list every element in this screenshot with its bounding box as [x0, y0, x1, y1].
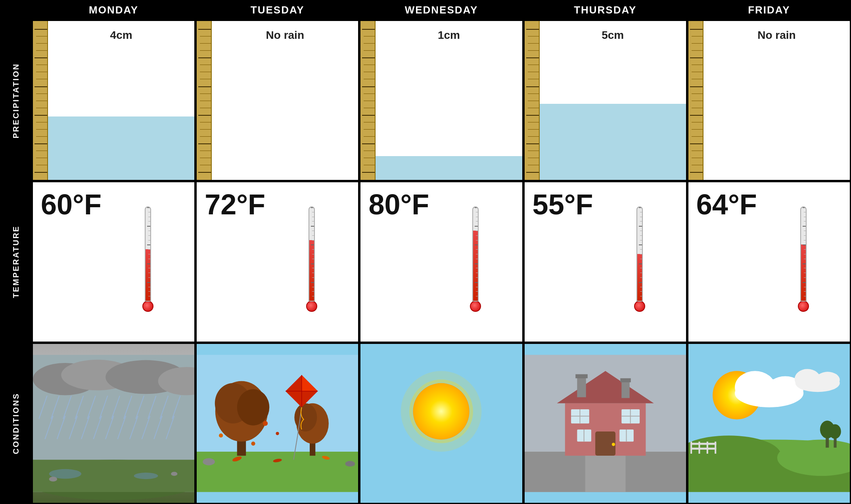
temp-value-thursday: 55°F	[525, 182, 593, 341]
scene-rainy	[33, 344, 194, 503]
header-friday: FRIDAY	[687, 0, 851, 20]
corner-empty	[0, 0, 32, 20]
thermo-tube-monday	[145, 206, 151, 302]
precip-content-monday: 4cm	[48, 21, 194, 180]
ruler-wednesday	[360, 21, 376, 180]
header-tuesday: TUESDAY	[196, 0, 359, 20]
thermo-ticks-monday	[146, 207, 150, 301]
svg-point-31	[134, 473, 158, 479]
svg-rect-64	[585, 452, 625, 492]
thermo-ticks-friday	[801, 207, 806, 301]
thermo-bulb-thursday	[634, 301, 645, 312]
thermometer-friday	[798, 206, 809, 317]
thermo-container-tuesday	[265, 182, 358, 341]
row-label-temperature: TEMPERATURE	[0, 181, 32, 342]
thermometer-monday	[142, 206, 153, 317]
temp-value-monday: 60°F	[33, 182, 102, 341]
thermo-ticks-tuesday	[309, 207, 314, 301]
thermo-bulb-friday	[798, 301, 809, 312]
temp-wednesday: 80°F	[359, 181, 523, 342]
svg-point-46	[295, 403, 317, 431]
header-wednesday: WEDNESDAY	[359, 0, 523, 20]
ruler-monday	[33, 21, 48, 180]
precip-value-tuesday: No rain	[212, 29, 358, 42]
temp-friday: 64°F	[687, 181, 851, 342]
svg-point-54	[345, 461, 355, 466]
thermo-tube-thursday	[636, 206, 643, 302]
water-wednesday	[376, 156, 522, 180]
header-monday: MONDAY	[32, 0, 196, 20]
thermo-container-monday	[102, 182, 194, 341]
svg-point-53	[203, 458, 215, 465]
main-grid: MONDAY TUESDAY WEDNESDAY THURSDAY FRIDAY…	[0, 0, 851, 504]
thermo-tube-wednesday	[472, 206, 479, 302]
svg-point-41	[219, 433, 223, 437]
svg-point-32	[49, 477, 57, 481]
svg-rect-69	[621, 381, 629, 398]
temp-thursday: 55°F	[523, 181, 687, 342]
precip-friday: No rain	[687, 20, 851, 181]
row-label-precipitation: PRECIPITATION	[0, 20, 32, 181]
row-label-conditions: CONDITIONS	[0, 343, 32, 504]
precip-value-friday: No rain	[703, 29, 850, 42]
precip-content-tuesday: No rain	[212, 21, 358, 180]
thermometer-thursday	[634, 206, 645, 317]
svg-rect-67	[577, 377, 586, 397]
water-monday	[48, 116, 194, 180]
thermo-bulb-tuesday	[306, 301, 317, 312]
header-thursday: THURSDAY	[523, 0, 687, 20]
thermo-ticks-thursday	[637, 207, 642, 301]
svg-rect-35	[197, 452, 358, 492]
conditions-monday	[32, 343, 196, 504]
precip-thursday: 5cm	[523, 20, 687, 181]
thermo-bulb-monday	[142, 301, 153, 312]
conditions-tuesday	[196, 343, 359, 504]
conditions-wednesday	[359, 343, 523, 504]
temp-value-friday: 64°F	[688, 182, 757, 341]
thermo-container-friday	[757, 182, 850, 341]
ruler-thursday	[525, 21, 540, 180]
precip-content-thursday: 5cm	[540, 21, 686, 180]
temp-monday: 60°F	[32, 181, 196, 342]
precip-monday: 4cm	[32, 20, 196, 181]
precip-content-wednesday: 1cm	[376, 21, 522, 180]
thermo-tube-tuesday	[309, 206, 315, 302]
precip-content-friday: No rain	[703, 21, 850, 180]
thermo-tube-friday	[800, 206, 807, 302]
svg-rect-68	[575, 374, 588, 378]
svg-point-33	[171, 472, 177, 475]
water-thursday	[540, 104, 686, 180]
precip-tuesday: No rain	[196, 20, 359, 181]
thermo-container-wednesday	[429, 182, 522, 341]
temp-value-wednesday: 80°F	[360, 182, 429, 341]
ruler-friday	[688, 21, 703, 180]
svg-point-72	[611, 443, 615, 446]
svg-rect-99	[690, 443, 716, 445]
svg-rect-70	[620, 378, 631, 382]
precip-wednesday: 1cm	[359, 20, 523, 181]
svg-point-60	[413, 383, 470, 440]
conditions-thursday	[523, 343, 687, 504]
precip-value-thursday: 5cm	[540, 29, 686, 42]
svg-point-104	[829, 424, 841, 439]
thermometer-wednesday	[470, 206, 481, 317]
svg-point-43	[251, 441, 255, 445]
svg-point-39	[237, 389, 269, 426]
temp-value-tuesday: 72°F	[197, 182, 265, 341]
temp-tuesday: 72°F	[196, 181, 359, 342]
svg-rect-100	[690, 447, 716, 449]
precip-value-monday: 4cm	[48, 29, 194, 42]
thermo-bulb-wednesday	[470, 301, 481, 312]
svg-point-94	[815, 372, 840, 388]
thermo-ticks-wednesday	[473, 207, 478, 301]
thermo-container-thursday	[593, 182, 686, 341]
ruler-tuesday	[197, 21, 212, 180]
precip-value-wednesday: 1cm	[376, 29, 522, 42]
svg-point-42	[276, 432, 279, 435]
thermometer-tuesday	[306, 206, 317, 317]
svg-point-40	[263, 421, 268, 426]
conditions-friday	[687, 343, 851, 504]
